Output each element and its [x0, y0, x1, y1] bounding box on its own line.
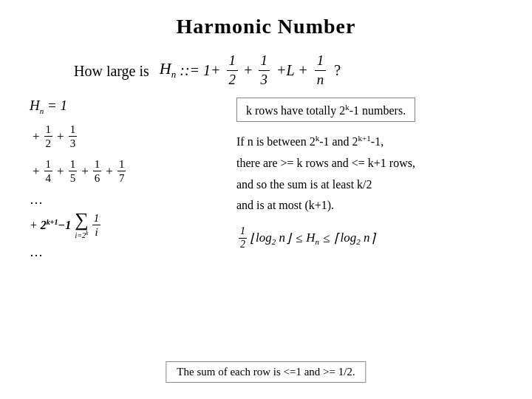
there-are-text: there are >= k rows and <= k+1 rows, [236, 154, 502, 173]
hn-eq1: Hn = 1 [30, 98, 67, 115]
how-large-label: How large is [74, 63, 149, 80]
dots-1: … [30, 192, 222, 208]
plus-sign-3: + [33, 164, 40, 179]
between-text: If n is between 2k-1 and 2k+1-1, [236, 132, 502, 151]
plus-sign-2: + [57, 129, 64, 144]
sigma-lower: i=2k [75, 230, 88, 239]
sigma-coeff: 2k+1−1 [41, 218, 71, 232]
page: Harmonic Number How large is Hn ::= 1+ 1… [0, 0, 532, 399]
frac-1-6: 1 6 [93, 157, 102, 185]
bound-formula: 1 2 ⌊ log2 n ⌋ ≤ Hn ≤ ⌈ log2 n ⌉ [236, 225, 502, 251]
frac-sigma-term: 1 i [92, 211, 101, 239]
leq1: ≤ [296, 231, 302, 246]
plus-L: +L + [276, 62, 308, 79]
ceil-open: ⌈ [334, 231, 339, 246]
log2n-2: log2 n [340, 231, 369, 246]
hn-eq1-row: Hn = 1 [30, 98, 222, 115]
if-n-text: If n is between 2k-1 and 2k+1-1, [236, 135, 383, 148]
frac-1-3: 1 3 [69, 123, 78, 150]
row-half-third: + 1 2 + 1 3 [30, 123, 222, 150]
half-frac: 1 2 [239, 225, 247, 251]
k-rows-text: k rows have totally 2k-1 numbers. [246, 104, 406, 117]
frac-1-4: 1 4 [44, 157, 53, 185]
plus-sign-4: + [57, 164, 64, 179]
frac-1-2: 1 2 [44, 123, 53, 150]
plus-sign-5: + [81, 164, 89, 179]
left-column: Hn = 1 + 1 2 + 1 3 + 1 4 [30, 98, 222, 262]
sigma-row: + 2k+1−1 ∑ i=2k 1 i [30, 211, 222, 239]
plus-sigma: + [30, 219, 38, 232]
frac-1-5: 1 5 [69, 157, 78, 185]
bottom-box: The sum of each row is <=1 and >= 1/2. [166, 361, 366, 383]
right-column: k rows have totally 2k-1 numbers. If n i… [222, 98, 502, 262]
sigma-sym: ∑ [75, 211, 89, 230]
sigma-area: ∑ i=2k [75, 211, 89, 239]
sum-atmost-text: and is at most (k+1). [236, 197, 502, 215]
k-rows-box: k rows have totally 2k-1 numbers. [236, 98, 415, 121]
plus-sign-1: + [33, 129, 40, 144]
plus-sign-6: + [106, 164, 113, 179]
floor-open: ⌊ [250, 231, 255, 246]
row-4-7: + 1 4 + 1 5 + 1 6 + 1 7 [30, 157, 222, 185]
main-content: Hn = 1 + 1 2 + 1 3 + 1 4 [30, 98, 502, 262]
frac-nth: 1 n [315, 52, 327, 89]
define-eq: ::= 1+ [180, 62, 220, 79]
floor-close: ⌋ [286, 231, 291, 246]
frac-1-7: 1 7 [117, 157, 126, 185]
hn-formula: Hn ::= 1+ 1 2 + 1 3 +L + 1 n ? [160, 52, 341, 89]
leq2: ≤ [323, 231, 330, 246]
dots-2: … [30, 245, 222, 260]
hn-sym: Hn [160, 59, 176, 81]
sum-atleast-text: and so the sum is at least k/2 [236, 176, 502, 194]
frac-half: 1 2 [227, 52, 239, 89]
frac-third: 1 3 [259, 52, 270, 89]
hn-bound: Hn [306, 231, 319, 246]
ceil-close: ⌉ [370, 231, 375, 246]
page-title: Harmonic Number [30, 15, 502, 38]
question: ? [334, 62, 341, 79]
how-large-row: How large is Hn ::= 1+ 1 2 + 1 3 +L + 1 … [74, 52, 502, 90]
plus1: + [243, 62, 253, 79]
log2n-1: log2 n [256, 231, 285, 246]
